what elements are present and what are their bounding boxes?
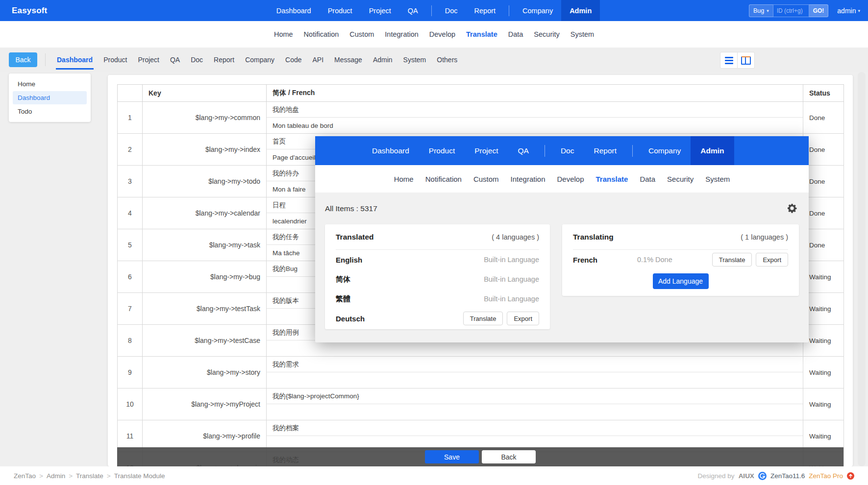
tab-api[interactable]: API bbox=[307, 48, 329, 72]
subnav-item-notification[interactable]: Notification bbox=[298, 30, 345, 38]
fr-text-cell[interactable] bbox=[267, 404, 803, 420]
screen: Easysoft DashboardProductProjectQADocRep… bbox=[0, 0, 868, 485]
popup-subnav-item-develop[interactable]: Develop bbox=[551, 175, 590, 183]
breadcrumb-separator: > bbox=[39, 472, 43, 480]
subnav-item-system[interactable]: System bbox=[565, 30, 599, 38]
tab-project[interactable]: Project bbox=[132, 48, 165, 72]
popup-nav-item-report[interactable]: Report bbox=[584, 136, 626, 165]
key-column-header: Key bbox=[143, 85, 267, 102]
language-name: Deutsch bbox=[336, 315, 365, 323]
subnav-item-home[interactable]: Home bbox=[269, 30, 298, 38]
zh-text-cell[interactable]: 我的档案 bbox=[267, 420, 803, 436]
tab-doc[interactable]: Doc bbox=[185, 48, 208, 72]
footer: ZenTao>Admin>Translate>Translate Module … bbox=[0, 466, 868, 485]
column-view-button[interactable] bbox=[738, 52, 755, 69]
topbar-item-dashboard[interactable]: Dashboard bbox=[268, 0, 320, 21]
upgrade-icon[interactable] bbox=[847, 472, 854, 480]
popup-nav-item-admin[interactable]: Admin bbox=[691, 136, 734, 165]
row-status: Done bbox=[803, 134, 844, 166]
popup-nav-item-product[interactable]: Product bbox=[419, 136, 465, 165]
gear-icon[interactable] bbox=[787, 203, 797, 213]
user-menu[interactable]: admin ▾ bbox=[837, 7, 860, 15]
subnav-item-integration[interactable]: Integration bbox=[379, 30, 424, 38]
list-view-button[interactable] bbox=[720, 52, 738, 69]
popup-subnav-item-notification[interactable]: Notification bbox=[420, 175, 468, 183]
translated-card-header: Translated ( 4 languages ) bbox=[336, 224, 539, 250]
breadcrumb-item-admin[interactable]: Admin bbox=[47, 472, 65, 480]
fr-text-cell[interactable] bbox=[267, 372, 803, 388]
popup-nav-item-qa[interactable]: QA bbox=[508, 136, 539, 165]
subnav-item-data[interactable]: Data bbox=[503, 30, 529, 38]
search-type-select[interactable]: Bug ▾ bbox=[749, 4, 773, 17]
top-navbar: Easysoft DashboardProductProjectQADocRep… bbox=[0, 0, 868, 21]
translate-button[interactable]: Translate bbox=[463, 312, 503, 325]
topbar-item-report[interactable]: Report bbox=[466, 0, 504, 21]
subnav-item-develop[interactable]: Develop bbox=[424, 30, 461, 38]
tab-code[interactable]: Code bbox=[280, 48, 307, 72]
popup-nav-item-project[interactable]: Project bbox=[465, 136, 508, 165]
builtin-language-label: Built-in Language bbox=[484, 275, 539, 283]
sidebar-item-dashboard[interactable]: Dashboard bbox=[13, 91, 87, 104]
id-search-input[interactable] bbox=[773, 4, 809, 17]
topbar-item-company[interactable]: Company bbox=[514, 0, 561, 21]
tab-qa[interactable]: QA bbox=[165, 48, 185, 72]
save-button[interactable]: Save bbox=[425, 450, 479, 463]
tab-message[interactable]: Message bbox=[329, 48, 368, 72]
popup-subnav-item-integration[interactable]: Integration bbox=[505, 175, 551, 183]
zentao-pro-link[interactable]: ZenTao Pro bbox=[809, 472, 843, 480]
cancel-back-button[interactable]: Back bbox=[482, 450, 536, 463]
row-index: 8 bbox=[118, 325, 143, 357]
go-button[interactable]: GO! bbox=[809, 4, 829, 17]
add-language-button[interactable]: Add Language bbox=[653, 273, 709, 289]
popup-nav-item-doc[interactable]: Doc bbox=[551, 136, 584, 165]
tab-dashboard[interactable]: Dashboard bbox=[51, 48, 98, 72]
translated-language-row: EnglishBuilt-in Language bbox=[336, 250, 539, 269]
row-key: $lang->my->common bbox=[143, 102, 267, 134]
popup-nav-item-dashboard[interactable]: Dashboard bbox=[362, 136, 419, 165]
scrollbar-track[interactable] bbox=[858, 72, 866, 466]
translated-language-row: 简体Built-in Language bbox=[336, 269, 539, 289]
popup-subnav-item-system[interactable]: System bbox=[699, 175, 736, 183]
breadcrumb-item-zentao[interactable]: ZenTao bbox=[14, 472, 36, 480]
topbar-item-qa[interactable]: QA bbox=[399, 0, 426, 21]
zh-text-cell[interactable]: 我的地盘 bbox=[267, 102, 803, 118]
popup-subnav-item-data[interactable]: Data bbox=[634, 175, 661, 183]
fr-text-cell[interactable]: Mon tableau de bord bbox=[267, 118, 803, 133]
topbar-item-project[interactable]: Project bbox=[361, 0, 399, 21]
nav-divider bbox=[431, 5, 432, 16]
popup-subnav-item-security[interactable]: Security bbox=[661, 175, 699, 183]
topbar-item-product[interactable]: Product bbox=[320, 0, 361, 21]
breadcrumb-item-translate[interactable]: Translate bbox=[76, 472, 103, 480]
tab-company[interactable]: Company bbox=[240, 48, 280, 72]
language-column-header: 简体 / French bbox=[267, 85, 803, 102]
zh-text-cell[interactable]: 我的{$lang->projectCommon} bbox=[267, 388, 803, 404]
export-button[interactable]: Export bbox=[756, 253, 788, 267]
row-status: Done bbox=[803, 197, 844, 229]
zh-text-cell[interactable]: 我的需求 bbox=[267, 357, 803, 372]
topbar-item-doc[interactable]: Doc bbox=[437, 0, 466, 21]
sidebar-item-home[interactable]: Home bbox=[13, 77, 87, 91]
back-button[interactable]: Back bbox=[9, 52, 37, 67]
topbar-item-admin[interactable]: Admin bbox=[561, 0, 600, 21]
nav-divider bbox=[509, 5, 509, 16]
translated-language-row: 繁體Built-in Language bbox=[336, 289, 539, 309]
tab-others[interactable]: Others bbox=[431, 48, 463, 72]
all-items-count: All Items : 5317 bbox=[325, 204, 377, 213]
fr-text-cell[interactable] bbox=[267, 340, 803, 356]
designer-name[interactable]: AIUX bbox=[739, 472, 754, 480]
tab-admin[interactable]: Admin bbox=[368, 48, 398, 72]
sidebar-item-todo[interactable]: Todo bbox=[13, 105, 87, 118]
popup-subnav-item-translate[interactable]: Translate bbox=[590, 175, 634, 183]
tab-report[interactable]: Report bbox=[208, 48, 240, 72]
tab-system[interactable]: System bbox=[398, 48, 432, 72]
version-label[interactable]: ZenTao11.6 bbox=[770, 472, 805, 480]
popup-subnav-item-home[interactable]: Home bbox=[388, 175, 420, 183]
subnav-item-translate[interactable]: Translate bbox=[461, 30, 503, 38]
translate-button[interactable]: Translate bbox=[712, 253, 752, 267]
tab-product[interactable]: Product bbox=[98, 48, 132, 72]
subnav-item-custom[interactable]: Custom bbox=[344, 30, 379, 38]
export-button[interactable]: Export bbox=[507, 312, 539, 325]
popup-nav-item-company[interactable]: Company bbox=[639, 136, 691, 165]
popup-subnav-item-custom[interactable]: Custom bbox=[468, 175, 505, 183]
subnav-item-security[interactable]: Security bbox=[528, 30, 565, 38]
